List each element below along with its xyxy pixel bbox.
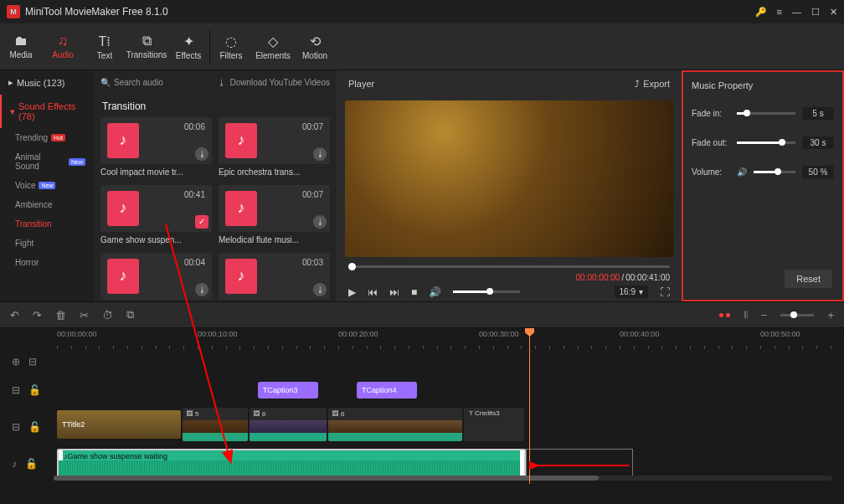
- audio-name: Transition windy sw...: [219, 300, 330, 301]
- music-note-icon: ♫: [58, 33, 68, 49]
- tab-motion[interactable]: ⟲Motion: [294, 23, 336, 69]
- redo-icon[interactable]: ↷: [33, 309, 42, 321]
- player-seekbar[interactable]: [348, 265, 670, 268]
- volume-label: Volume:: [692, 167, 730, 177]
- track-visible-icon[interactable]: ⊟: [12, 421, 20, 433]
- tab-filters[interactable]: ◌Filters: [210, 23, 252, 69]
- search-icon: 🔍: [100, 78, 111, 87]
- sidebar-animal-sound[interactable]: Animal SoundNew: [0, 147, 94, 176]
- volume-value[interactable]: 50 %: [802, 166, 834, 178]
- aspect-ratio-select[interactable]: 16:9▾: [615, 285, 648, 298]
- maximize-icon[interactable]: ☐: [811, 7, 820, 18]
- license-key-icon[interactable]: 🔑: [755, 7, 767, 18]
- download-icon: ⭳: [218, 78, 226, 87]
- close-icon[interactable]: ✕: [830, 7, 837, 18]
- zoom-marker-icon[interactable]: ⦀: [744, 308, 748, 321]
- motion-icon: ⟲: [310, 33, 321, 49]
- reset-button[interactable]: Reset: [785, 270, 832, 288]
- tab-transitions[interactable]: ⧉Transitions: [126, 23, 167, 69]
- zoom-slider[interactable]: [780, 314, 814, 316]
- sidebar-trending[interactable]: TrendingHot: [0, 128, 94, 147]
- sidebar-ambience[interactable]: Ambience: [0, 195, 94, 214]
- title-clip[interactable]: T Title2: [57, 410, 181, 439]
- zoom-fit-icon[interactable]: [719, 313, 730, 317]
- tab-effects[interactable]: ✦Effects: [167, 23, 209, 69]
- video-clip[interactable]: 🖼6: [250, 408, 327, 441]
- delete-icon[interactable]: 🗑: [55, 309, 66, 321]
- fullscreen-icon[interactable]: ⛶: [660, 286, 670, 298]
- prev-frame-icon[interactable]: ⏮: [368, 286, 378, 298]
- chevron-down-icon: ▾: [10, 106, 15, 117]
- undo-icon[interactable]: ↶: [10, 309, 19, 321]
- track-lock-icon[interactable]: 🔓: [28, 421, 41, 433]
- audio-clip[interactable]: ♪ Game show suspense waiting: [57, 449, 526, 477]
- audio-name: Game show suspen...: [100, 232, 212, 246]
- ruler-tick: 00:00:10:00: [198, 330, 238, 338]
- sidebar-soundfx-group[interactable]: ▾Sound Effects (78): [0, 95, 94, 128]
- track-visible-icon[interactable]: ⊟: [12, 384, 20, 396]
- chevron-down-icon: ▾: [639, 287, 643, 296]
- video-clip[interactable]: 🖼5: [183, 408, 248, 441]
- audio-item[interactable]: ♪00:04⭳Movie trailer epic im...: [100, 253, 212, 301]
- track-add-icon[interactable]: ⊕: [12, 356, 20, 368]
- fadein-value[interactable]: 5 s: [802, 107, 834, 120]
- play-icon[interactable]: ▶: [348, 286, 356, 298]
- tab-text[interactable]: T⁞Text: [84, 23, 126, 69]
- fadeout-slider[interactable]: [737, 141, 795, 144]
- timeline-playhead[interactable]: [529, 328, 530, 484]
- caption-clip[interactable]: T Caption3: [258, 382, 318, 399]
- next-frame-icon[interactable]: ⏭: [389, 286, 399, 298]
- sidebar-transition[interactable]: Transition: [0, 214, 94, 234]
- timeline-scrollbar[interactable]: [54, 476, 832, 481]
- minimize-icon[interactable]: —: [792, 7, 801, 17]
- download-icon[interactable]: ⭳: [313, 283, 327, 296]
- volume-slider[interactable]: [754, 171, 795, 173]
- audio-item[interactable]: ♪00:03⭳Transition windy sw...: [219, 253, 330, 301]
- track-collapse-icon[interactable]: ⊟: [28, 356, 37, 368]
- ruler-tick: 00:00:20:00: [338, 330, 378, 338]
- clip-handle-right[interactable]: [520, 450, 524, 476]
- sidebar-voice[interactable]: VoiceNew: [0, 176, 94, 195]
- speed-icon[interactable]: ⏱: [102, 309, 113, 321]
- search-audio-input[interactable]: 🔍Search audio: [100, 78, 208, 87]
- download-youtube-button[interactable]: ⭳Download YouTube Videos: [218, 78, 330, 87]
- tab-media[interactable]: 🖿Media: [0, 23, 42, 69]
- track-lock-icon[interactable]: 🔓: [28, 384, 41, 396]
- zoom-out-icon[interactable]: −: [761, 309, 768, 321]
- fadeout-value[interactable]: 30 s: [802, 136, 834, 149]
- video-clip[interactable]: 🖼6: [328, 408, 462, 441]
- sidebar-horror[interactable]: Horror: [0, 253, 94, 272]
- caption-clip[interactable]: T Caption4: [357, 382, 417, 399]
- audio-item[interactable]: ♪00:07⭳Epic orchestra trans...: [219, 117, 330, 178]
- audio-duration: 00:41: [184, 190, 205, 199]
- fadein-slider[interactable]: [737, 112, 795, 115]
- tab-elements[interactable]: ◇Elements: [252, 23, 294, 69]
- crop-icon[interactable]: ⧉: [126, 308, 134, 321]
- audio-item[interactable]: ♪00:06⭳Cool impact movie tr...: [100, 117, 212, 178]
- tab-audio[interactable]: ♫Audio: [42, 23, 84, 69]
- download-icon[interactable]: ⭳: [313, 147, 327, 161]
- sidebar-fight[interactable]: Fight: [0, 234, 94, 253]
- export-button[interactable]: ⤴Export: [635, 79, 670, 89]
- download-icon[interactable]: ⭳: [195, 147, 208, 161]
- player-volume-slider[interactable]: [453, 291, 520, 293]
- zoom-in-icon[interactable]: +: [827, 309, 834, 321]
- sidebar-music-group[interactable]: ▸Music (123): [0, 70, 94, 95]
- audio-duration: 00:07: [302, 122, 323, 131]
- volume-icon[interactable]: 🔊: [429, 286, 441, 298]
- check-icon: ✓: [195, 215, 208, 229]
- download-icon[interactable]: ⭳: [313, 215, 327, 229]
- music-note-icon: ♪: [107, 123, 139, 158]
- split-icon[interactable]: ✂: [80, 309, 89, 321]
- credits-clip[interactable]: T Credits3: [464, 408, 524, 441]
- audio-track-icon[interactable]: ♪: [12, 458, 17, 470]
- track-lock-icon[interactable]: 🔓: [25, 458, 38, 470]
- audio-duration: 00:03: [302, 258, 323, 267]
- new-badge: New: [39, 182, 55, 189]
- stop-icon[interactable]: ■: [411, 286, 417, 298]
- audio-item[interactable]: ♪00:41✓Game show suspen...: [100, 185, 212, 246]
- download-icon[interactable]: ⭳: [195, 283, 208, 296]
- audio-item[interactable]: ♪00:07⭳Melodical flute musi...: [219, 185, 330, 246]
- menu-icon[interactable]: ≡: [777, 7, 782, 17]
- elements-icon: ◇: [268, 33, 278, 49]
